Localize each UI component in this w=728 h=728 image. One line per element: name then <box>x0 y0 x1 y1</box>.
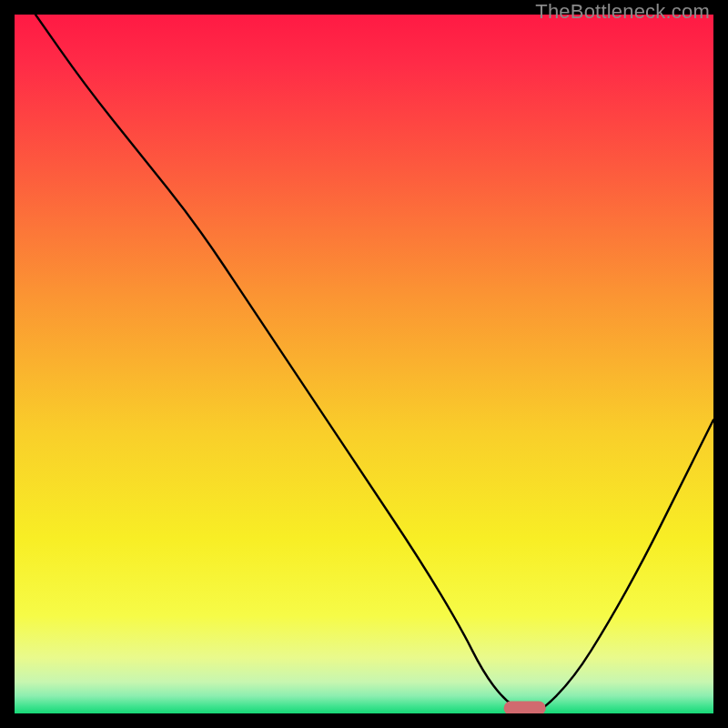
chart-frame <box>15 15 713 713</box>
watermark-text: TheBottleneck.com <box>535 0 710 24</box>
gradient-background <box>15 15 713 713</box>
optimum-marker <box>504 702 546 713</box>
bottleneck-chart <box>15 15 713 713</box>
